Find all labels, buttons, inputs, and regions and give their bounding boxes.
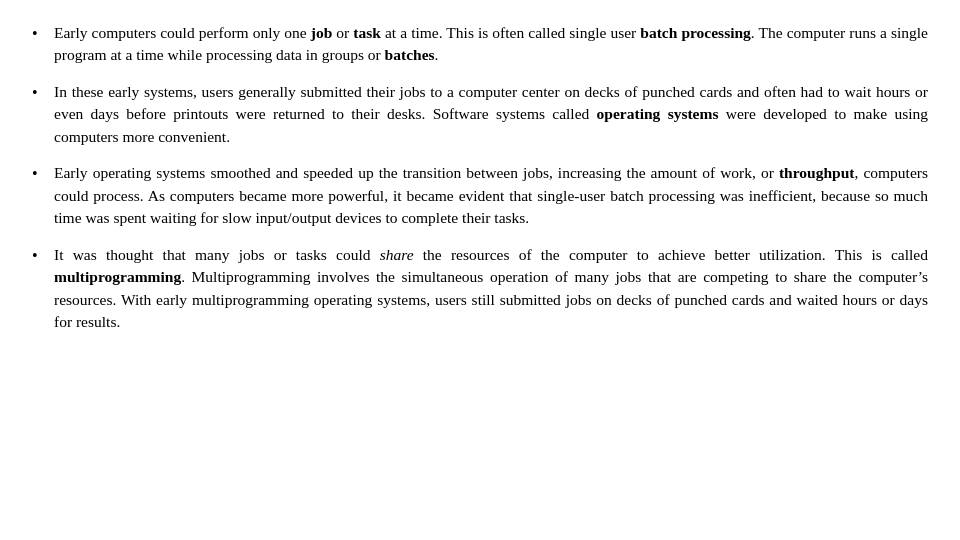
content-area: •Early computers could perform only one … (0, 0, 960, 540)
bullet-text-1: Early computers could perform only one j… (54, 22, 928, 67)
list-item-3: •Early operating systems smoothed and sp… (32, 162, 928, 229)
bullet-list: •Early computers could perform only one … (32, 22, 928, 334)
bullet-symbol-3: • (32, 162, 54, 185)
list-item-1: •Early computers could perform only one … (32, 22, 928, 67)
bullet-symbol-2: • (32, 81, 54, 104)
bullet-symbol-4: • (32, 244, 54, 267)
bullet-symbol-1: • (32, 22, 54, 45)
bullet-text-3: Early operating systems smoothed and spe… (54, 162, 928, 229)
bullet-text-2: In these early systems, users generally … (54, 81, 928, 148)
list-item-4: •It was thought that many jobs or tasks … (32, 244, 928, 334)
list-item-2: •In these early systems, users generally… (32, 81, 928, 148)
bullet-text-4: It was thought that many jobs or tasks c… (54, 244, 928, 334)
